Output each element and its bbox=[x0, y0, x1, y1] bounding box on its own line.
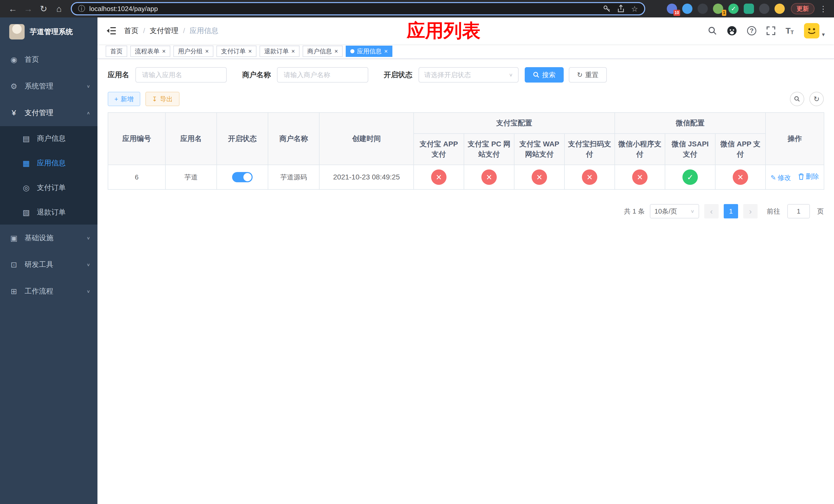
key-icon[interactable] bbox=[603, 5, 611, 13]
reset-button[interactable]: ↻ 重置 bbox=[569, 67, 607, 83]
add-button[interactable]: + 新增 bbox=[108, 92, 140, 106]
export-button[interactable]: ↧ 导出 bbox=[146, 92, 179, 106]
navbar-actions: ? TT ▾ bbox=[708, 23, 825, 39]
status-toggle[interactable] bbox=[232, 172, 253, 182]
github-icon[interactable] bbox=[727, 26, 737, 36]
extension-avatar-icon[interactable]: 1 bbox=[713, 4, 723, 14]
edit-link[interactable]: ✎ 修改 bbox=[771, 173, 791, 182]
search-button[interactable]: 搜索 bbox=[525, 67, 564, 83]
total-count: 共 1 条 bbox=[624, 207, 645, 216]
current-page-button[interactable]: 1 bbox=[724, 204, 738, 219]
font-size-icon[interactable]: TT bbox=[786, 27, 794, 35]
status-badge bbox=[632, 169, 648, 185]
chevron-down-icon: ∨ bbox=[86, 289, 90, 294]
breadcrumb-home[interactable]: 首页 bbox=[124, 26, 138, 36]
goto-page-input[interactable] bbox=[787, 204, 810, 219]
close-icon[interactable]: × bbox=[205, 48, 209, 54]
fullscreen-icon[interactable] bbox=[767, 26, 775, 35]
pagination: 共 1 条 10条/页 ∨ ‹ 1 › 前往 页 bbox=[108, 204, 824, 219]
page-title: 应用列表 bbox=[407, 19, 481, 43]
site-info-icon[interactable]: ⓘ bbox=[78, 4, 85, 14]
flow-icon: ⊞ bbox=[9, 287, 19, 296]
sidebar-item-home[interactable]: ◉ 首页 bbox=[0, 46, 97, 73]
sidebar-item-label: 工作流程 bbox=[25, 287, 53, 296]
browser-home-button[interactable]: ⌂ bbox=[51, 1, 67, 17]
page-size-select[interactable]: 10条/页 ∨ bbox=[650, 204, 699, 219]
back-icon: ← bbox=[8, 4, 17, 14]
share-icon[interactable] bbox=[617, 5, 624, 13]
help-icon[interactable]: ? bbox=[747, 26, 756, 36]
sidebar-item-devtools[interactable]: ⊡ 研发工具 ∨ bbox=[0, 251, 97, 278]
sidebar-item-label: 应用信息 bbox=[37, 158, 66, 168]
url-text[interactable]: localhost:1024/pay/app bbox=[89, 5, 158, 13]
search-icon bbox=[533, 71, 540, 78]
browser-reload-button[interactable]: ↻ bbox=[36, 1, 51, 17]
sidebar-item-merchant-info[interactable]: ▤ 商户信息 bbox=[0, 126, 97, 151]
status-label: 开启状态 bbox=[384, 70, 412, 80]
col-header-alipay-pc: 支付宝 PC 网站支付 bbox=[464, 134, 514, 165]
refresh-button[interactable]: ↻ bbox=[809, 92, 824, 106]
sidebar-item-payment[interactable]: ¥ 支付管理 ∧ bbox=[0, 99, 97, 126]
col-header-alipay-app: 支付宝 APP 支付 bbox=[414, 134, 464, 165]
extension-drop-icon[interactable] bbox=[682, 4, 693, 14]
sidebar-toggle-button[interactable] bbox=[107, 27, 116, 35]
delete-link[interactable]: 删除 bbox=[798, 172, 819, 181]
next-page-button[interactable]: › bbox=[743, 204, 758, 219]
cell-alipay-app bbox=[414, 165, 464, 189]
order-icon: ◎ bbox=[22, 183, 31, 192]
user-menu[interactable]: ▾ bbox=[804, 23, 825, 39]
sidebar-item-infra[interactable]: ▣ 基础设施 ∨ bbox=[0, 225, 97, 251]
merchant-name-input[interactable] bbox=[277, 67, 368, 83]
extension-globe-icon[interactable] bbox=[698, 4, 708, 14]
browser-back-button[interactable]: ← bbox=[5, 1, 21, 17]
status-badge bbox=[431, 169, 446, 185]
breadcrumb-payment[interactable]: 支付管理 bbox=[150, 26, 178, 36]
close-icon[interactable]: × bbox=[384, 48, 388, 54]
sidebar-item-label: 商户信息 bbox=[37, 134, 66, 143]
close-icon[interactable]: × bbox=[291, 48, 295, 54]
chrome-update-button[interactable]: 更新 bbox=[791, 3, 814, 14]
caret-down-icon: ▾ bbox=[822, 31, 825, 39]
browser-forward-button[interactable]: → bbox=[21, 1, 36, 17]
cell-alipay-wap bbox=[514, 165, 565, 189]
col-header-wechat-mini: 微信小程序支付 bbox=[615, 134, 665, 165]
sidebar-item-label: 首页 bbox=[25, 54, 39, 64]
page-unit-label: 页 bbox=[817, 207, 824, 216]
tab-user-group[interactable]: 用户分组 × bbox=[173, 46, 213, 57]
tab-merchant-info[interactable]: 商户信息 × bbox=[303, 46, 343, 57]
sidebar-logo[interactable]: 芋道管理系统 bbox=[0, 18, 97, 46]
col-group-alipay: 支付宝配置 bbox=[414, 113, 615, 134]
prev-page-button[interactable]: ‹ bbox=[704, 204, 719, 219]
tab-app-info[interactable]: 应用信息 × bbox=[346, 46, 392, 57]
extension-pin-icon[interactable] bbox=[759, 4, 769, 14]
bookmark-star-icon[interactable]: ☆ bbox=[631, 4, 638, 13]
extension-check-icon[interactable] bbox=[728, 4, 739, 14]
extension-emoji-icon[interactable] bbox=[774, 4, 785, 14]
extension-puzzle-icon[interactable]: 10 bbox=[667, 4, 677, 14]
sidebar-item-pay-order[interactable]: ◎ 支付订单 bbox=[0, 175, 97, 200]
sidebar-item-app-info[interactable]: ▦ 应用信息 bbox=[0, 151, 97, 175]
app-name-input[interactable] bbox=[135, 67, 227, 83]
refund-icon: ▧ bbox=[22, 208, 31, 217]
browser-menu-button[interactable]: ⋮ bbox=[818, 4, 829, 13]
search-icon[interactable] bbox=[708, 26, 717, 35]
toggle-search-button[interactable] bbox=[790, 92, 804, 106]
chevron-down-icon: ∨ bbox=[86, 84, 90, 88]
tab-pay-order[interactable]: 支付订单 × bbox=[216, 46, 257, 57]
sidebar-item-refund-order[interactable]: ▧ 退款订单 bbox=[0, 200, 97, 225]
filter-form: 应用名 商户名称 开启状态 请选择开启状态 ∨ 搜索 ↻ 重 bbox=[108, 67, 824, 83]
tab-process-form[interactable]: 流程表单 × bbox=[130, 46, 170, 57]
extension-chat-icon[interactable] bbox=[744, 4, 754, 14]
address-bar[interactable]: ⓘ localhost:1024/pay/app ☆ bbox=[71, 2, 645, 15]
tab-home[interactable]: 首页 bbox=[106, 46, 127, 57]
close-icon[interactable]: × bbox=[162, 48, 166, 54]
app-table: 应用编号 应用名 开启状态 商户名称 创建时间 支付宝配置 微信配置 操作 支付… bbox=[108, 112, 824, 190]
logo-image bbox=[9, 24, 25, 40]
tab-refund-order[interactable]: 退款订单 × bbox=[260, 46, 300, 57]
cell-status bbox=[217, 165, 268, 189]
close-icon[interactable]: × bbox=[248, 48, 252, 54]
sidebar-item-workflow[interactable]: ⊞ 工作流程 ∨ bbox=[0, 278, 97, 304]
sidebar-item-system[interactable]: ⚙ 系统管理 ∨ bbox=[0, 73, 97, 99]
close-icon[interactable]: × bbox=[334, 48, 338, 54]
status-select[interactable]: 请选择开启状态 ∨ bbox=[419, 67, 519, 83]
